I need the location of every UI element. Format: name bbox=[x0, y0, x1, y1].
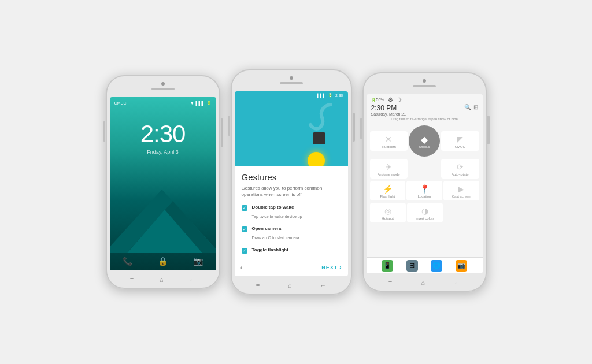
qs-tile-cast[interactable]: ▶ Cast screen bbox=[443, 181, 479, 200]
signal-icon: ▌▌▌ bbox=[317, 94, 325, 98]
bottom-nav: ≡ ⌂ ← bbox=[231, 276, 352, 295]
search-icon[interactable]: 🔍 bbox=[464, 104, 471, 110]
front-camera bbox=[290, 76, 293, 80]
qs-tile-hotspot[interactable]: ◎ Hotspot bbox=[370, 203, 406, 222]
gestures-screen: ▌▌▌ 🔋 2:30 Gestures Gestures allow you bbox=[235, 91, 348, 276]
signal-icon: ◤ bbox=[457, 135, 463, 144]
snake-decoration bbox=[302, 102, 336, 131]
next-arrow: › bbox=[339, 264, 342, 270]
tile-label: Hotspot bbox=[382, 217, 394, 220]
drag-hint: Drag tiles to re-arrange, tap to show or… bbox=[371, 116, 478, 122]
menu-icon[interactable]: ≡ bbox=[130, 276, 134, 283]
phone-top-speaker bbox=[231, 69, 352, 91]
phone-lock-screen: CMCC ▼ ▌▌▌ 🔋 2:30 Friday, April 3 📞 🔒 📷 bbox=[106, 75, 220, 289]
tile-label: Invert colors bbox=[416, 217, 435, 220]
flashlight-icon: ⚡ bbox=[383, 184, 393, 194]
flashlight-body bbox=[313, 132, 325, 144]
tile-label: Cast screen bbox=[452, 195, 471, 198]
gesture-item-camera[interactable]: Open camera Draw an O to start camera bbox=[242, 226, 341, 242]
home-icon[interactable]: ⌂ bbox=[160, 276, 164, 283]
front-camera bbox=[423, 79, 426, 83]
settings-header: 🔋50% ⚙ ☽ 2:30 PM Saturday, March 21 🔍 ⊞ bbox=[367, 94, 483, 124]
phone-quick-settings: 🔋50% ⚙ ☽ 2:30 PM Saturday, March 21 🔍 ⊞ bbox=[362, 72, 487, 292]
qs-tile-cmcc[interactable]: ◤ CMCC bbox=[441, 131, 479, 151]
gear-icon[interactable]: ⚙ bbox=[388, 96, 393, 103]
app-icon-2[interactable]: ⊞ bbox=[406, 260, 418, 272]
lock-shortcut[interactable]: 🔒 bbox=[158, 257, 168, 266]
search-row: 🔍 ⊞ bbox=[464, 104, 478, 110]
qs-tile-bluetooth[interactable]: ✕ Bluetooth bbox=[370, 131, 408, 151]
gesture-desc: Tap twice to wake device up bbox=[252, 214, 302, 218]
status-bar: ▌▌▌ 🔋 2:30 bbox=[235, 91, 348, 99]
qs-row-2: ✈ Airplane mode ⟳ Auto-rotate bbox=[367, 158, 483, 180]
qs-row-3: ⚡ Flashlight 📍 Location ▶ Cast screen bbox=[367, 180, 483, 202]
camera-shortcut[interactable]: 📷 bbox=[193, 257, 203, 266]
gesture-title: Toggle flashlight bbox=[252, 247, 302, 252]
time-block: 2:30 PM Saturday, March 21 bbox=[371, 104, 406, 116]
gestures-list: Double tap to wake Tap twice to wake dev… bbox=[235, 202, 348, 258]
bottom-nav: ≡ ⌂ ← bbox=[106, 270, 220, 289]
gesture-desc: Draw an O to start camera bbox=[252, 236, 299, 240]
app-icon-4[interactable]: 📷 bbox=[456, 260, 467, 272]
cast-icon: ▶ bbox=[458, 184, 464, 194]
gesture-text: Toggle flashlight Draw a V to toggle fla… bbox=[252, 247, 302, 258]
bottom-nav: ≡ ⌂ ← bbox=[362, 273, 487, 292]
qs-tile-flashlight[interactable]: ⚡ Flashlight bbox=[370, 181, 406, 200]
carrier-label: CMCC bbox=[114, 101, 127, 105]
app-icon-3[interactable]: 🌐 bbox=[431, 260, 442, 272]
speaker-grille bbox=[280, 82, 303, 84]
moon-icon[interactable]: ☽ bbox=[397, 96, 402, 103]
qs-row-4: ◎ Hotspot ◑ Invert colors bbox=[367, 202, 483, 224]
qs-tile-oneplus[interactable]: ◆ Oneplus bbox=[409, 125, 440, 157]
qs-tile-airplane[interactable]: ✈ Airplane mode bbox=[370, 159, 408, 179]
hotspot-icon: ◎ bbox=[384, 206, 391, 216]
phone-shortcut[interactable]: 📞 bbox=[123, 257, 132, 266]
home-icon[interactable]: ⌂ bbox=[288, 282, 292, 289]
gesture-item-flashlight[interactable]: Toggle flashlight Draw a V to toggle fla… bbox=[242, 247, 341, 258]
wifi-icon: ▼ bbox=[190, 101, 194, 105]
next-button[interactable]: NEXT › bbox=[321, 264, 342, 270]
rotate-icon: ⟳ bbox=[457, 162, 464, 172]
gesture-checkbox[interactable] bbox=[242, 226, 247, 232]
back-icon[interactable]: ← bbox=[320, 282, 326, 289]
gestures-footer: ‹ NEXT › bbox=[235, 258, 348, 276]
qs-tile-autorotate[interactable]: ⟳ Auto-rotate bbox=[441, 159, 479, 179]
location-icon: 📍 bbox=[420, 184, 430, 194]
gesture-checkbox[interactable] bbox=[242, 248, 247, 254]
lock-date: Friday, April 3 bbox=[147, 149, 178, 155]
qs-tile-invert[interactable]: ◑ Invert colors bbox=[407, 203, 443, 222]
expand-icon[interactable]: ⊞ bbox=[473, 104, 478, 110]
back-button[interactable]: ‹ bbox=[240, 263, 243, 272]
signal-icon: ▌▌▌ bbox=[196, 101, 205, 105]
settings-time: 2:30 PM bbox=[371, 104, 406, 112]
qs-tile-location[interactable]: 📍 Location bbox=[406, 181, 442, 200]
back-icon[interactable]: ← bbox=[454, 279, 460, 286]
gesture-title: Open camera bbox=[252, 226, 299, 231]
gestures-description: Gestures allow you to perform common ope… bbox=[235, 185, 348, 202]
menu-icon[interactable]: ≡ bbox=[256, 282, 260, 289]
battery-icon: 🔋50% bbox=[371, 98, 384, 102]
lock-screen: CMCC ▼ ▌▌▌ 🔋 2:30 Friday, April 3 📞 🔒 📷 bbox=[110, 97, 216, 270]
gesture-text: Double tap to wake Tap twice to wake dev… bbox=[252, 205, 302, 220]
airplane-icon: ✈ bbox=[385, 162, 392, 172]
mountain-decoration bbox=[110, 184, 216, 253]
phone-gestures-screen: ▌▌▌ 🔋 2:30 Gestures Gestures allow you bbox=[231, 69, 352, 295]
speaker-grille bbox=[413, 85, 436, 87]
wifi-icon: ◆ bbox=[421, 134, 428, 145]
tile-label: Location bbox=[418, 195, 431, 198]
phone-top-speaker bbox=[106, 75, 220, 97]
gesture-item-double-tap[interactable]: Double tap to wake Tap twice to wake dev… bbox=[242, 205, 341, 220]
speaker-grille bbox=[151, 88, 175, 90]
bluetooth-icon: ✕ bbox=[385, 135, 392, 144]
gesture-checkbox[interactable] bbox=[242, 205, 247, 211]
app-icon-1[interactable]: 📱 bbox=[382, 260, 393, 272]
flashlight-decoration bbox=[310, 132, 328, 158]
home-icon[interactable]: ⌂ bbox=[421, 279, 425, 286]
lock-time: 2:30 bbox=[140, 120, 186, 148]
lock-shortcuts: 📞 🔒 📷 bbox=[110, 257, 216, 266]
tile-label: Bluetooth bbox=[382, 145, 396, 148]
menu-icon[interactable]: ≡ bbox=[388, 279, 392, 286]
gestures-header: ▌▌▌ 🔋 2:30 bbox=[235, 91, 348, 166]
settings-date: Saturday, March 21 bbox=[371, 112, 406, 116]
back-icon[interactable]: ← bbox=[189, 276, 195, 283]
